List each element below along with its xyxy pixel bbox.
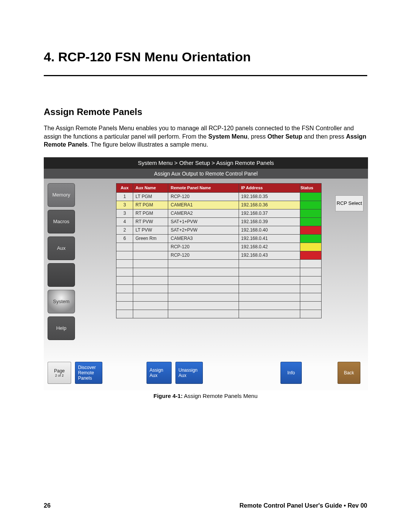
th-aux: Aux	[116, 183, 133, 192]
table-row[interactable]: 2LT PVWSAT+2+PVW192.168.0.40	[116, 226, 322, 234]
body-part-2: , press	[247, 133, 267, 140]
cell-remote-panel-name: SAT+1+PVW	[168, 217, 239, 226]
cell-status	[300, 226, 322, 234]
body-part-4: and then press	[302, 133, 346, 140]
cell-remote-panel-name: RCP-120	[168, 251, 239, 259]
page-label: Page	[54, 368, 65, 374]
th-rpn: Remote Panel Name	[168, 183, 239, 192]
table-row[interactable]: 4RT PVWSAT+1+PVW192.168.0.39	[116, 217, 322, 226]
cell-aux: 3	[116, 201, 133, 209]
cell-aux-name: LT PVW	[133, 226, 168, 234]
rcp-select-button[interactable]: RCP Select	[335, 195, 363, 211]
cell-aux: 2	[116, 226, 133, 234]
page-footer: 26 Remote Control Panel User's Guide • R…	[44, 502, 367, 509]
cell-status	[300, 251, 322, 259]
table-row[interactable]: 1LT PGMRCP-120192.168.0.35	[116, 192, 322, 201]
cell-remote-panel-name: CAMERA2	[168, 209, 239, 217]
cell-remote-panel-name: SAT+2+PVW	[168, 226, 239, 234]
screenshot-subtitle: Assign Aux Output to Remote Control Pane…	[44, 169, 368, 179]
cell-status	[300, 217, 322, 226]
chapter-title: 4. RCP-120 FSN Menu Orientation	[44, 50, 367, 64]
cell-ip-address: 192.168.0.42	[239, 243, 300, 251]
table-body: 1LT PGMRCP-120192.168.0.353RT PGMCAMERA1…	[116, 192, 322, 318]
table-row-empty	[116, 301, 322, 310]
cell-remote-panel-name: CAMERA3	[168, 234, 239, 243]
caption-bold: Figure 4-1:	[153, 393, 183, 399]
section-title: Assign Remote Panels	[44, 107, 367, 117]
table-row[interactable]: 3RT PGMCAMERA1192.168.0.36	[116, 201, 322, 209]
assign-aux-button[interactable]: Assign Aux	[147, 362, 172, 384]
cell-aux: 1	[116, 192, 133, 201]
info-button[interactable]: Info	[280, 362, 302, 384]
page-number: 26	[44, 502, 51, 509]
cell-ip-address: 192.168.0.43	[239, 251, 300, 259]
table-row-empty	[116, 259, 322, 268]
cell-aux-name: RT PGM	[133, 209, 168, 217]
cell-aux-name	[133, 243, 168, 251]
page-sub: 2 of 2	[55, 374, 64, 377]
remote-panels-table: Aux Aux Name Remote Panel Name IP Addres…	[116, 183, 322, 318]
cell-aux-name: LT PGM	[133, 192, 168, 201]
cell-remote-panel-name: RCP-120	[168, 192, 239, 201]
th-status: Status	[300, 183, 322, 192]
table-row-empty	[116, 284, 322, 293]
th-name: Aux Name	[133, 183, 168, 192]
page-button[interactable]: Page 2 of 2	[48, 362, 71, 384]
table-row-empty	[116, 268, 322, 276]
screenshot-figure: System Menu > Other Setup > Assign Remot…	[44, 157, 368, 390]
body-part-3: Other Setup	[268, 133, 303, 140]
horizontal-rule	[44, 75, 367, 76]
table-header-row: Aux Aux Name Remote Panel Name IP Addres…	[116, 183, 322, 192]
cell-ip-address: 192.168.0.39	[239, 217, 300, 226]
th-ip: IP Address	[239, 183, 300, 192]
side-button-column: MemoryMacrosAuxSystemHelp	[48, 183, 75, 343]
cell-aux-name: RT PGM	[133, 201, 168, 209]
cell-aux: 6	[116, 234, 133, 243]
table-row[interactable]: RCP-120192.168.0.42	[116, 243, 322, 251]
table-row[interactable]: 6Green RmCAMERA3192.168.0.41	[116, 234, 322, 243]
table-row[interactable]: RCP-120192.168.0.43	[116, 251, 322, 259]
side-button-help[interactable]: Help	[48, 316, 75, 340]
cell-ip-address: 192.168.0.36	[239, 201, 300, 209]
cell-status	[300, 209, 322, 217]
side-button-system[interactable]: System	[48, 290, 75, 313]
caption-rest: Assign Remote Panels Menu	[183, 393, 258, 399]
table-row-empty	[116, 293, 322, 301]
cell-status	[300, 192, 322, 201]
cell-aux	[116, 251, 133, 259]
cell-aux: 3	[116, 209, 133, 217]
discover-remote-panels-button[interactable]: Discover Remote Panels	[75, 362, 102, 384]
cell-aux-name	[133, 251, 168, 259]
cell-ip-address: 192.168.0.41	[239, 234, 300, 243]
cell-aux	[116, 243, 133, 251]
footer-title: Remote Control Panel User's Guide • Rev …	[239, 502, 367, 509]
body-part-1: System Menu	[208, 133, 247, 140]
side-button-blank[interactable]	[48, 263, 75, 287]
bottom-button-row: Page 2 of 2 Discover Remote Panels Assig…	[48, 361, 364, 385]
cell-remote-panel-name: CAMERA1	[168, 201, 239, 209]
table-row[interactable]: 3RT PGMCAMERA2192.168.0.37	[116, 209, 322, 217]
table-row-empty	[116, 276, 322, 284]
side-button-aux[interactable]: Aux	[48, 236, 75, 260]
section-body: The Assign Remote Panels Menu enables yo…	[44, 124, 367, 149]
cell-aux-name: RT PVW	[133, 217, 168, 226]
cell-status	[300, 201, 322, 209]
cell-ip-address: 192.168.0.40	[239, 226, 300, 234]
body-part-6: . The figure below illustrates a sample …	[88, 141, 208, 148]
table-row-empty	[116, 310, 322, 318]
cell-status	[300, 243, 322, 251]
cell-status	[300, 234, 322, 243]
breadcrumb: System Menu > Other Setup > Assign Remot…	[44, 157, 368, 169]
cell-aux: 4	[116, 217, 133, 226]
side-button-macros[interactable]: Macros	[48, 210, 75, 233]
unassign-aux-button[interactable]: Unassign Aux	[175, 362, 203, 384]
figure-caption: Figure 4-1: Assign Remote Panels Menu	[44, 393, 367, 399]
back-button[interactable]: Back	[338, 362, 360, 384]
cell-aux-name: Green Rm	[133, 234, 168, 243]
side-button-memory[interactable]: Memory	[48, 183, 75, 207]
cell-ip-address: 192.168.0.37	[239, 209, 300, 217]
cell-ip-address: 192.168.0.35	[239, 192, 300, 201]
cell-remote-panel-name: RCP-120	[168, 243, 239, 251]
